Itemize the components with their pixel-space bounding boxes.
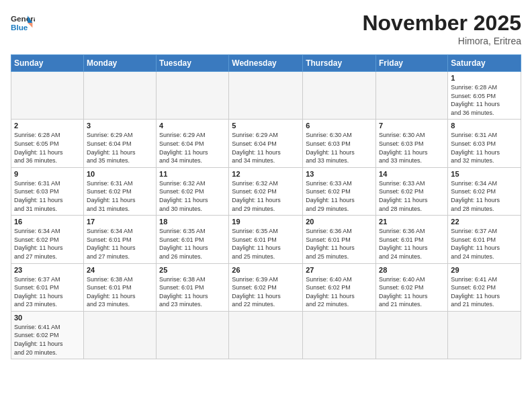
day-info: Sunrise: 6:39 AM Sunset: 6:02 PM Dayligh… (232, 275, 300, 309)
day-number: 25 (159, 266, 226, 274)
day-info: Sunrise: 6:34 AM Sunset: 6:02 PM Dayligh… (451, 179, 518, 213)
weekday-header-row: SundayMondayTuesdayWednesdayThursdayFrid… (11, 55, 521, 72)
day-info: Sunrise: 6:34 AM Sunset: 6:01 PM Dayligh… (87, 227, 153, 261)
title-block: November 2025 Himora, Eritrea (362, 11, 521, 46)
calendar-week-row: 30Sunrise: 6:41 AM Sunset: 6:02 PM Dayli… (11, 311, 521, 359)
day-number: 12 (232, 170, 300, 178)
day-info: Sunrise: 6:34 AM Sunset: 6:02 PM Dayligh… (14, 227, 81, 261)
day-info: Sunrise: 6:28 AM Sunset: 6:05 PM Dayligh… (14, 131, 81, 165)
calendar-cell: 13Sunrise: 6:33 AM Sunset: 6:02 PM Dayli… (303, 167, 376, 215)
day-number: 10 (87, 170, 153, 178)
day-number: 16 (14, 218, 81, 226)
day-number: 6 (306, 122, 373, 130)
day-number: 30 (14, 314, 81, 322)
day-number: 24 (87, 266, 153, 274)
calendar-cell (157, 72, 229, 120)
day-number: 4 (159, 122, 226, 130)
day-info: Sunrise: 6:38 AM Sunset: 6:01 PM Dayligh… (159, 275, 226, 309)
day-number: 29 (451, 266, 518, 274)
day-number: 18 (159, 218, 226, 226)
day-number: 3 (87, 122, 153, 130)
day-number: 27 (306, 266, 373, 274)
day-number: 23 (14, 266, 81, 274)
day-info: Sunrise: 6:41 AM Sunset: 6:02 PM Dayligh… (451, 275, 518, 309)
calendar-cell (229, 311, 303, 359)
day-number: 2 (14, 122, 81, 130)
calendar-cell (229, 72, 303, 120)
logo: General Blue (11, 11, 35, 35)
calendar-cell: 27Sunrise: 6:40 AM Sunset: 6:02 PM Dayli… (303, 263, 376, 311)
day-info: Sunrise: 6:31 AM Sunset: 6:03 PM Dayligh… (14, 179, 81, 213)
page-header: General Blue November 2025 Himora, Eritr… (11, 11, 521, 46)
day-info: Sunrise: 6:29 AM Sunset: 6:04 PM Dayligh… (87, 131, 153, 165)
day-number: 13 (306, 170, 373, 178)
calendar-cell: 21Sunrise: 6:36 AM Sunset: 6:01 PM Dayli… (376, 216, 448, 263)
calendar-cell (303, 311, 376, 359)
calendar-cell: 3Sunrise: 6:29 AM Sunset: 6:04 PM Daylig… (83, 120, 156, 167)
day-number: 21 (379, 218, 445, 226)
day-info: Sunrise: 6:31 AM Sunset: 6:03 PM Dayligh… (451, 131, 518, 165)
calendar-cell: 5Sunrise: 6:29 AM Sunset: 6:04 PM Daylig… (229, 120, 303, 167)
calendar-cell: 14Sunrise: 6:33 AM Sunset: 6:02 PM Dayli… (376, 167, 448, 215)
calendar-week-row: 9Sunrise: 6:31 AM Sunset: 6:03 PM Daylig… (11, 167, 521, 215)
calendar-cell: 4Sunrise: 6:29 AM Sunset: 6:04 PM Daylig… (157, 120, 229, 167)
day-number: 14 (379, 170, 445, 178)
day-info: Sunrise: 6:38 AM Sunset: 6:01 PM Dayligh… (87, 275, 153, 309)
calendar-cell (303, 72, 376, 120)
day-number: 19 (232, 218, 300, 226)
day-info: Sunrise: 6:36 AM Sunset: 6:01 PM Dayligh… (306, 227, 373, 261)
day-info: Sunrise: 6:29 AM Sunset: 6:04 PM Dayligh… (232, 131, 300, 165)
day-info: Sunrise: 6:40 AM Sunset: 6:02 PM Dayligh… (306, 275, 373, 309)
svg-marker-3 (28, 23, 32, 28)
day-number: 7 (379, 122, 445, 130)
day-number: 15 (451, 170, 518, 178)
day-number: 20 (306, 218, 373, 226)
calendar-cell: 24Sunrise: 6:38 AM Sunset: 6:01 PM Dayli… (83, 263, 156, 311)
svg-text:Blue: Blue (11, 23, 28, 32)
weekday-header: Tuesday (157, 55, 229, 72)
day-number: 1 (451, 74, 518, 82)
weekday-header: Wednesday (229, 55, 303, 72)
calendar-cell: 10Sunrise: 6:31 AM Sunset: 6:02 PM Dayli… (83, 167, 156, 215)
day-info: Sunrise: 6:35 AM Sunset: 6:01 PM Dayligh… (159, 227, 226, 261)
day-number: 9 (14, 170, 81, 178)
day-number: 22 (451, 218, 518, 226)
day-number: 28 (379, 266, 445, 274)
day-info: Sunrise: 6:32 AM Sunset: 6:02 PM Dayligh… (232, 179, 300, 213)
calendar-cell: 8Sunrise: 6:31 AM Sunset: 6:03 PM Daylig… (448, 120, 521, 167)
day-info: Sunrise: 6:33 AM Sunset: 6:02 PM Dayligh… (306, 179, 373, 213)
calendar-cell (376, 72, 448, 120)
calendar-cell: 22Sunrise: 6:37 AM Sunset: 6:01 PM Dayli… (448, 216, 521, 263)
calendar-cell: 7Sunrise: 6:30 AM Sunset: 6:03 PM Daylig… (376, 120, 448, 167)
calendar-week-row: 1Sunrise: 6:28 AM Sunset: 6:05 PM Daylig… (11, 72, 521, 120)
weekday-header: Friday (376, 55, 448, 72)
calendar-cell (157, 311, 229, 359)
day-info: Sunrise: 6:36 AM Sunset: 6:01 PM Dayligh… (379, 227, 445, 261)
day-number: 17 (87, 218, 153, 226)
calendar-cell: 25Sunrise: 6:38 AM Sunset: 6:01 PM Dayli… (157, 263, 229, 311)
calendar-cell: 30Sunrise: 6:41 AM Sunset: 6:02 PM Dayli… (11, 311, 84, 359)
calendar-cell: 26Sunrise: 6:39 AM Sunset: 6:02 PM Dayli… (229, 263, 303, 311)
calendar-cell: 1Sunrise: 6:28 AM Sunset: 6:05 PM Daylig… (448, 72, 521, 120)
calendar-cell: 15Sunrise: 6:34 AM Sunset: 6:02 PM Dayli… (448, 167, 521, 215)
location: Himora, Eritrea (362, 36, 521, 46)
day-info: Sunrise: 6:29 AM Sunset: 6:04 PM Dayligh… (159, 131, 226, 165)
calendar-cell: 19Sunrise: 6:35 AM Sunset: 6:01 PM Dayli… (229, 216, 303, 263)
day-info: Sunrise: 6:30 AM Sunset: 6:03 PM Dayligh… (306, 131, 373, 165)
month-title: November 2025 (362, 11, 521, 36)
calendar-cell: 28Sunrise: 6:40 AM Sunset: 6:02 PM Dayli… (376, 263, 448, 311)
day-info: Sunrise: 6:35 AM Sunset: 6:01 PM Dayligh… (232, 227, 300, 261)
calendar-cell: 29Sunrise: 6:41 AM Sunset: 6:02 PM Dayli… (448, 263, 521, 311)
calendar-week-row: 2Sunrise: 6:28 AM Sunset: 6:05 PM Daylig… (11, 120, 521, 167)
calendar-week-row: 16Sunrise: 6:34 AM Sunset: 6:02 PM Dayli… (11, 216, 521, 263)
logo-icon: General Blue (11, 11, 35, 35)
day-info: Sunrise: 6:41 AM Sunset: 6:02 PM Dayligh… (14, 323, 81, 357)
day-info: Sunrise: 6:37 AM Sunset: 6:01 PM Dayligh… (14, 275, 81, 309)
calendar-cell: 12Sunrise: 6:32 AM Sunset: 6:02 PM Dayli… (229, 167, 303, 215)
day-info: Sunrise: 6:31 AM Sunset: 6:02 PM Dayligh… (87, 179, 153, 213)
day-number: 11 (159, 170, 226, 178)
day-info: Sunrise: 6:32 AM Sunset: 6:02 PM Dayligh… (159, 179, 226, 213)
calendar-cell: 23Sunrise: 6:37 AM Sunset: 6:01 PM Dayli… (11, 263, 84, 311)
weekday-header: Monday (83, 55, 156, 72)
day-info: Sunrise: 6:30 AM Sunset: 6:03 PM Dayligh… (379, 131, 445, 165)
